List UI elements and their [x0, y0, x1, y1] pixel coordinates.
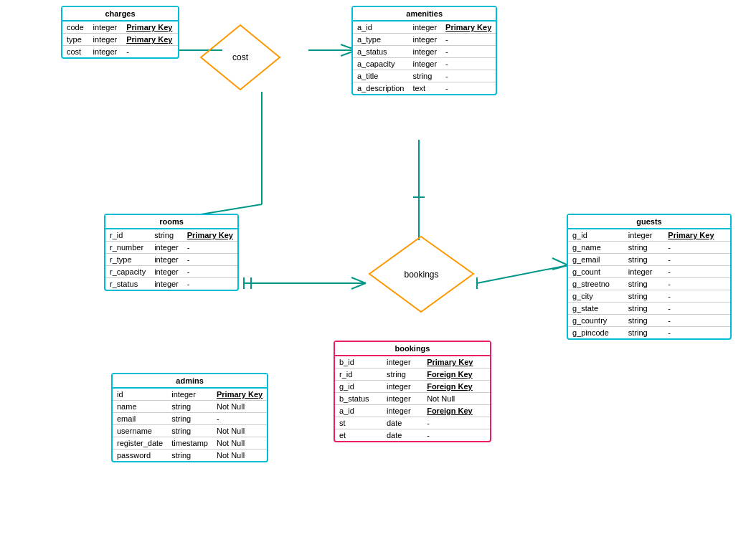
table-row: g_id integer Primary Key [568, 229, 730, 242]
bookings-diamond: bookings [366, 233, 477, 315]
amenities-header: amenities [353, 7, 496, 22]
guests-header: guests [568, 215, 730, 229]
guests-table: guests g_id integer Primary Key g_name s… [567, 214, 732, 340]
admins-table: admins id integer Primary Key name strin… [111, 373, 268, 462]
table-row: email string - [113, 413, 267, 425]
svg-line-18 [477, 265, 568, 283]
table-row: code integer Primary Key [62, 22, 178, 34]
table-row: et date - [335, 429, 490, 442]
table-row: a_status integer - [353, 46, 496, 58]
bookings-diamond-label: bookings [404, 270, 438, 280]
table-row: register_date timestamp Not Null [113, 437, 267, 450]
table-row: cost integer - [62, 46, 178, 58]
table-row: r_id string Primary Key [105, 229, 237, 242]
rooms-table: rooms r_id string Primary Key r_number i… [104, 214, 239, 291]
table-row: r_capacity integer - [105, 266, 237, 278]
table-row: username string Not Null [113, 425, 267, 437]
table-row: b_id integer Primary Key [335, 356, 490, 369]
cost-label: cost [232, 52, 248, 62]
table-row: type integer Primary Key [62, 34, 178, 46]
table-row: a_capacity integer - [353, 58, 496, 70]
table-row: g_city string - [568, 290, 730, 303]
svg-line-16 [351, 277, 366, 283]
table-row: st date - [335, 417, 490, 429]
table-row: a_id integer Foreign Key [335, 405, 490, 417]
table-row: a_type integer - [353, 34, 496, 46]
charges-table: charges code integer Primary Key type in… [61, 6, 179, 59]
table-row: r_type integer - [105, 254, 237, 266]
table-row: g_email string - [568, 254, 730, 266]
table-row: g_count integer - [568, 266, 730, 278]
diagram-container: charges code integer Primary Key type in… [0, 0, 756, 542]
svg-line-17 [351, 283, 366, 289]
admins-header: admins [113, 374, 267, 389]
table-row: r_id string Foreign Key [335, 369, 490, 381]
amenities-table: amenities a_id integer Primary Key a_typ… [351, 6, 497, 95]
table-row: g_streetno string - [568, 278, 730, 290]
rooms-header: rooms [105, 215, 237, 229]
svg-line-20 [552, 265, 568, 270]
table-row: name string Not Null [113, 401, 267, 413]
table-row: g_state string - [568, 303, 730, 315]
table-row: b_status integer Not Null [335, 393, 490, 405]
charges-header: charges [62, 7, 178, 22]
table-row: password string Not Null [113, 450, 267, 462]
table-row: a_description text - [353, 82, 496, 95]
table-row: a_title string - [353, 70, 496, 82]
table-row: r_status integer - [105, 278, 237, 290]
bookings-table: bookings b_id integer Primary Key r_id s… [334, 341, 491, 442]
table-row: a_id integer Primary Key [353, 22, 496, 34]
table-row: r_number integer - [105, 242, 237, 254]
bookings-table-header: bookings [335, 342, 490, 356]
table-row: id integer Primary Key [113, 389, 267, 401]
table-row: g_id integer Foreign Key [335, 381, 490, 393]
table-row: g_pincode string - [568, 327, 730, 339]
svg-line-19 [552, 258, 568, 265]
table-row: g_country string - [568, 315, 730, 327]
cost-diamond: cost [197, 22, 283, 93]
table-row: g_name string - [568, 242, 730, 254]
